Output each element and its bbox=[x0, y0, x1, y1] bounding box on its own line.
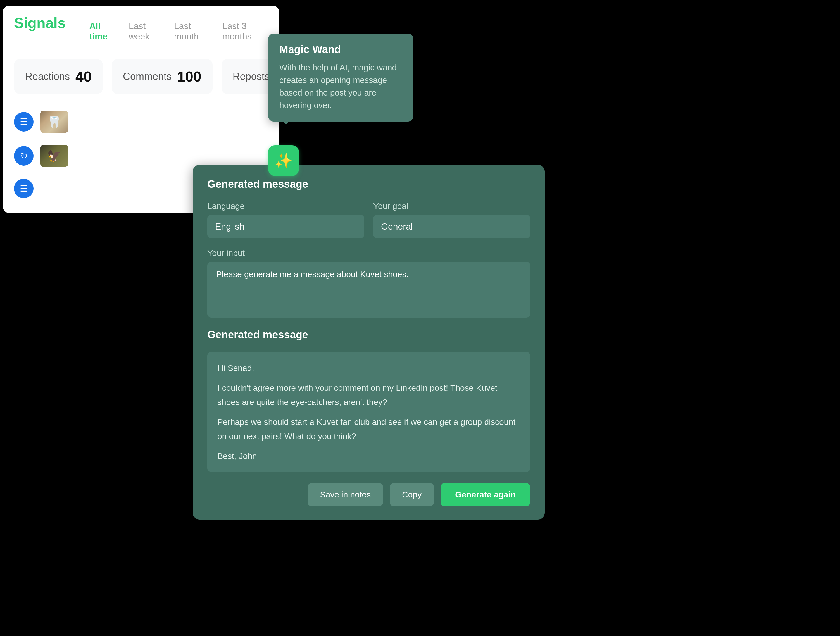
generated-line-3: Perhaps we should start a Kuvet fan club… bbox=[217, 415, 520, 443]
magic-wand-button[interactable]: ✨ bbox=[268, 145, 299, 176]
generated-line-2: I couldn't agree more with your comment … bbox=[217, 381, 520, 409]
actions-row: Save in notes Copy Generate again bbox=[207, 483, 530, 506]
signals-brand: Signals 146 bbox=[14, 14, 78, 48]
generated-line-1: Hi Senad, bbox=[217, 361, 520, 375]
filter-all-time[interactable]: All time bbox=[85, 19, 117, 44]
generated-panel: Generated message Language English Your … bbox=[193, 165, 545, 519]
tooltip-title: Magic Wand bbox=[279, 44, 402, 55]
language-select[interactable]: English bbox=[207, 215, 364, 238]
reactions-label: Reactions bbox=[25, 71, 70, 82]
reactions-card: Reactions 40 bbox=[14, 59, 103, 94]
input-textarea[interactable]: Please generate me a message about Kuvet… bbox=[207, 262, 530, 317]
tooltip-description: With the help of AI, magic wand creates … bbox=[279, 61, 402, 112]
comment-icon-2: ☰ bbox=[14, 179, 33, 198]
generate-again-button[interactable]: Generate again bbox=[441, 483, 530, 506]
comment-icon-1: ☰ bbox=[14, 112, 33, 131]
reactions-value: 40 bbox=[76, 68, 92, 85]
tooltip-container: Magic Wand With the help of AI, magic wa… bbox=[268, 33, 414, 122]
comment-symbol: ☰ bbox=[20, 117, 28, 127]
magic-wand-icon: ✨ bbox=[275, 152, 293, 169]
copy-button[interactable]: Copy bbox=[390, 483, 434, 506]
repost-icon-1: ↻ bbox=[14, 146, 33, 166]
save-notes-button[interactable]: Save in notes bbox=[308, 483, 383, 506]
goal-label: Your goal bbox=[373, 201, 530, 211]
comments-value: 100 bbox=[177, 68, 201, 85]
filter-last-month[interactable]: Last month bbox=[170, 19, 211, 44]
generated-message-title: Generated message bbox=[207, 329, 530, 341]
goal-select[interactable]: General bbox=[373, 215, 530, 238]
input-label: Your input bbox=[207, 248, 530, 258]
generated-message-box: Hi Senad, I couldn't agree more with you… bbox=[207, 352, 530, 472]
magic-wand-tooltip: Magic Wand With the help of AI, magic wa… bbox=[268, 33, 414, 122]
reposts-label: Reposts bbox=[233, 71, 270, 82]
form-row-language-goal: Language English Your goal General bbox=[207, 201, 530, 238]
signals-header: Signals 146 All time Last week Last mont… bbox=[14, 14, 268, 48]
stats-row: Reactions 40 Comments 100 Reposts 6 bbox=[14, 59, 268, 94]
activity-item-1: ☰ bbox=[14, 105, 268, 139]
signals-label: Signals bbox=[14, 15, 66, 31]
filter-last-week[interactable]: Last week bbox=[124, 19, 163, 44]
language-group: Language English bbox=[207, 201, 364, 238]
filter-last-3-months[interactable]: Last 3 months bbox=[218, 19, 268, 44]
thumbnail-2 bbox=[40, 145, 68, 167]
generated-line-4: Best, John bbox=[217, 449, 520, 463]
time-filters: All time Last week Last month Last 3 mon… bbox=[85, 19, 268, 44]
comments-label: Comments bbox=[123, 71, 172, 82]
repost-symbol: ↻ bbox=[20, 150, 28, 161]
thumbnail-1 bbox=[40, 110, 68, 133]
generated-message-section: Generated message Hi Senad, I couldn't a… bbox=[207, 329, 530, 472]
panel-title: Generated message bbox=[207, 178, 530, 190]
input-section: Your input Please generate me a message … bbox=[207, 248, 530, 319]
comment-symbol-2: ☰ bbox=[20, 183, 28, 194]
comments-card: Comments 100 bbox=[112, 59, 213, 94]
goal-group: Your goal General bbox=[373, 201, 530, 238]
language-label: Language bbox=[207, 201, 364, 211]
signals-count: 146 bbox=[14, 32, 38, 48]
